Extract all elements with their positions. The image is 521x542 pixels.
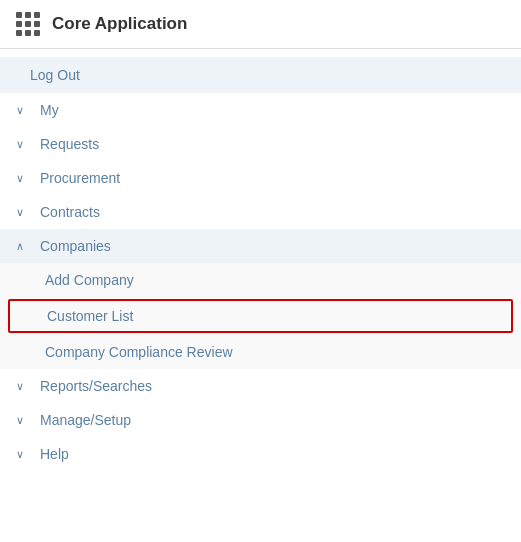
nav-label-help: Help [40,446,69,462]
chevron-down-icon: ∨ [16,172,30,185]
nav-item-contracts[interactable]: ∨ Contracts [0,195,521,229]
nav-item-manage[interactable]: ∨ Manage/Setup [0,403,521,437]
customer-list-label: Customer List [47,308,133,324]
nav-label-my: My [40,102,59,118]
nav-item-help[interactable]: ∨ Help [0,437,521,471]
chevron-down-icon: ∨ [16,414,30,427]
logout-label: Log Out [30,67,80,83]
nav-item-reports[interactable]: ∨ Reports/Searches [0,369,521,403]
nav-label-requests: Requests [40,136,99,152]
app-header: Core Application [0,0,521,49]
nav-label-companies: Companies [40,238,111,254]
companies-submenu: Add Company Customer List Company Compli… [0,263,521,369]
nav-item-requests[interactable]: ∨ Requests [0,127,521,161]
add-company-label: Add Company [45,272,134,288]
nav-item-my[interactable]: ∨ My [0,93,521,127]
logout-item[interactable]: Log Out [0,57,521,93]
chevron-up-icon: ∧ [16,240,30,253]
grid-icon[interactable] [16,12,40,36]
submenu-customer-list[interactable]: Customer List [8,299,513,333]
chevron-down-icon: ∨ [16,380,30,393]
submenu-add-company[interactable]: Add Company [0,263,521,297]
nav-label-manage: Manage/Setup [40,412,131,428]
chevron-down-icon: ∨ [16,448,30,461]
nav-label-contracts: Contracts [40,204,100,220]
nav-label-reports: Reports/Searches [40,378,152,394]
nav-label-procurement: Procurement [40,170,120,186]
nav-item-procurement[interactable]: ∨ Procurement [0,161,521,195]
chevron-down-icon: ∨ [16,206,30,219]
nav-menu: Log Out ∨ My ∨ Requests ∨ Procurement ∨ … [0,49,521,479]
chevron-down-icon: ∨ [16,104,30,117]
app-title: Core Application [52,14,187,34]
company-compliance-label: Company Compliance Review [45,344,233,360]
submenu-company-compliance[interactable]: Company Compliance Review [0,335,521,369]
chevron-down-icon: ∨ [16,138,30,151]
nav-item-companies[interactable]: ∧ Companies [0,229,521,263]
